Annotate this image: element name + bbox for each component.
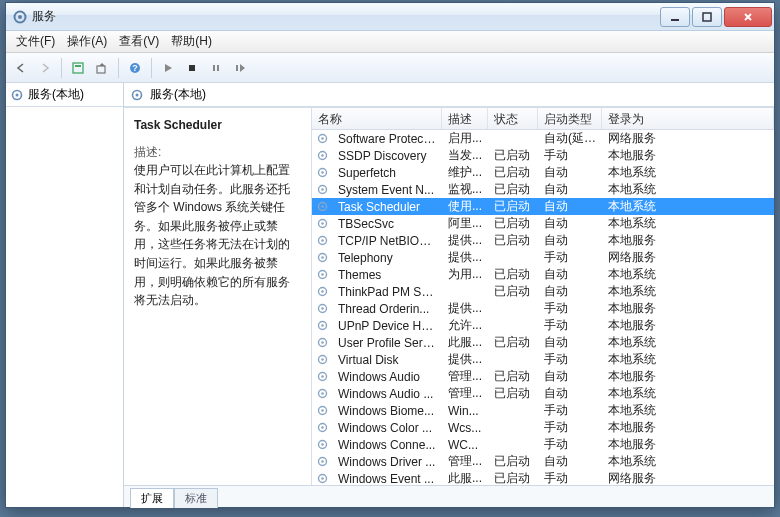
svg-rect-9: [189, 65, 195, 71]
left-pane: 服务(本地): [6, 83, 124, 507]
app-icon: [12, 9, 28, 25]
cell-startup: 手动: [538, 249, 602, 266]
table-row[interactable]: System Event N...监视...已启动自动本地系统: [312, 181, 774, 198]
table-row[interactable]: Telephony提供...手动网络服务: [312, 249, 774, 266]
cell-status: 已启动: [488, 181, 538, 198]
svg-rect-2: [671, 19, 679, 21]
col-startup[interactable]: 启动类型: [538, 108, 602, 129]
cell-desc: 提供...: [442, 249, 488, 266]
cell-startup: 自动: [538, 334, 602, 351]
tab-extended[interactable]: 扩展: [130, 488, 174, 508]
table-row[interactable]: Superfetch维护...已启动自动本地系统: [312, 164, 774, 181]
cell-name: User Profile Serv...: [332, 336, 442, 350]
svg-point-38: [321, 307, 324, 310]
help-button[interactable]: ?: [124, 57, 146, 79]
table-row[interactable]: Windows Color ...Wcs...手动本地服务: [312, 419, 774, 436]
menu-view[interactable]: 查看(V): [113, 31, 165, 52]
table-row[interactable]: Windows Biome...Win...手动本地系统: [312, 402, 774, 419]
cell-startup: 自动: [538, 266, 602, 283]
cell-startup: 手动: [538, 470, 602, 485]
table-row[interactable]: Windows Audio ...管理...已启动自动本地系统: [312, 385, 774, 402]
cell-desc: 提供...: [442, 300, 488, 317]
svg-text:?: ?: [132, 63, 138, 73]
table-row[interactable]: Windows Driver ...管理...已启动自动本地系统: [312, 453, 774, 470]
properties-button[interactable]: [67, 57, 89, 79]
forward-button[interactable]: [34, 57, 56, 79]
table-row[interactable]: Task Scheduler使用...已启动自动本地系统: [312, 198, 774, 215]
svg-rect-3: [703, 13, 711, 21]
table-row[interactable]: Software Protect...启用...自动(延迟...网络服务: [312, 130, 774, 147]
cell-name: Windows Color ...: [332, 421, 442, 435]
svg-point-40: [321, 324, 324, 327]
gear-icon: [312, 387, 332, 400]
cell-name: Windows Audio: [332, 370, 442, 384]
cell-name: Themes: [332, 268, 442, 282]
menu-help[interactable]: 帮助(H): [165, 31, 218, 52]
pause-service-button[interactable]: [205, 57, 227, 79]
table-row[interactable]: Virtual Disk提供...手动本地系统: [312, 351, 774, 368]
gear-icon: [312, 285, 332, 298]
table-row[interactable]: TBSecSvc阿里...已启动自动本地系统: [312, 215, 774, 232]
svg-point-30: [321, 239, 324, 242]
detail-pane: Task Scheduler 描述: 使用户可以在此计算机上配置和计划自动任务。…: [124, 108, 312, 485]
table-row[interactable]: TCP/IP NetBIOS ...提供...已启动自动本地服务: [312, 232, 774, 249]
cell-desc: 提供...: [442, 232, 488, 249]
export-button[interactable]: [91, 57, 113, 79]
col-status[interactable]: 状态: [488, 108, 538, 129]
gear-icon: [312, 268, 332, 281]
back-button[interactable]: [10, 57, 32, 79]
titlebar[interactable]: 服务: [6, 3, 774, 31]
cell-status: 已启动: [488, 453, 538, 470]
services-window: 服务 文件(F) 操作(A) 查看(V) 帮助(H) ? 服务(本地): [5, 2, 775, 508]
service-rows[interactable]: Software Protect...启用...自动(延迟...网络服务SSDP…: [312, 130, 774, 485]
gear-icon: [312, 472, 332, 485]
cell-startup: 自动: [538, 453, 602, 470]
gear-icon: [312, 404, 332, 417]
col-name[interactable]: 名称: [312, 108, 442, 129]
gear-icon: [312, 353, 332, 366]
column-headers: 名称 描述 状态 启动类型 登录为: [312, 108, 774, 130]
cell-status: 已启动: [488, 266, 538, 283]
col-desc[interactable]: 描述: [442, 108, 488, 129]
col-logon[interactable]: 登录为: [602, 108, 774, 129]
table-row[interactable]: Thread Orderin...提供...手动本地服务: [312, 300, 774, 317]
cell-desc: 使用...: [442, 198, 488, 215]
table-row[interactable]: User Profile Serv...此服...已启动自动本地系统: [312, 334, 774, 351]
stop-service-button[interactable]: [181, 57, 203, 79]
maximize-button[interactable]: [692, 7, 722, 27]
table-row[interactable]: Themes为用...已启动自动本地系统: [312, 266, 774, 283]
cell-name: Thread Orderin...: [332, 302, 442, 316]
table-row[interactable]: Windows Audio管理...已启动自动本地服务: [312, 368, 774, 385]
gear-icon: [312, 183, 332, 196]
tab-standard[interactable]: 标准: [174, 488, 218, 508]
cell-startup: 自动(延迟...: [538, 130, 602, 147]
menubar: 文件(F) 操作(A) 查看(V) 帮助(H): [6, 31, 774, 53]
cell-startup: 手动: [538, 300, 602, 317]
table-row[interactable]: Windows Event ...此服...已启动手动网络服务: [312, 470, 774, 485]
svg-rect-12: [236, 65, 238, 71]
table-row[interactable]: UPnP Device Host允许...手动本地服务: [312, 317, 774, 334]
table-row[interactable]: Windows Conne...WC...手动本地服务: [312, 436, 774, 453]
menu-action[interactable]: 操作(A): [61, 31, 113, 52]
cell-status: 已启动: [488, 198, 538, 215]
cell-desc: 管理...: [442, 368, 488, 385]
restart-service-button[interactable]: [229, 57, 251, 79]
table-row[interactable]: ThinkPad PM Se...已启动自动本地系统: [312, 283, 774, 300]
cell-desc: 启用...: [442, 130, 488, 147]
cell-status: 已启动: [488, 470, 538, 485]
menu-file[interactable]: 文件(F): [10, 31, 61, 52]
cell-logon: 本地服务: [602, 419, 774, 436]
cell-logon: 本地系统: [602, 334, 774, 351]
start-service-button[interactable]: [157, 57, 179, 79]
cell-logon: 本地系统: [602, 266, 774, 283]
gear-icon: [312, 251, 332, 264]
cell-desc: 此服...: [442, 470, 488, 485]
right-pane-label: 服务(本地): [150, 86, 206, 103]
svg-point-46: [321, 375, 324, 378]
left-pane-header[interactable]: 服务(本地): [6, 83, 123, 107]
close-button[interactable]: [724, 7, 772, 27]
cell-logon: 本地系统: [602, 198, 774, 215]
table-row[interactable]: SSDP Discovery当发...已启动手动本地服务: [312, 147, 774, 164]
minimize-button[interactable]: [660, 7, 690, 27]
cell-startup: 自动: [538, 164, 602, 181]
